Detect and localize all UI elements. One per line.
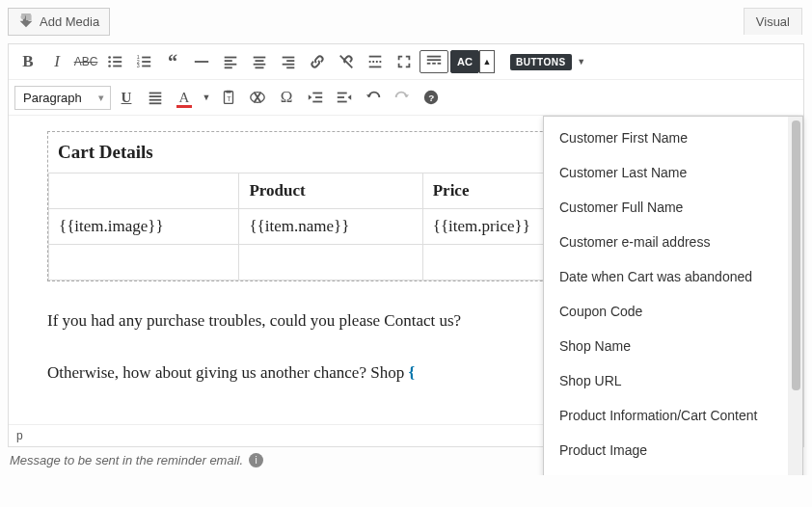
svg-rect-21 [254, 64, 266, 66]
svg-point-0 [20, 14, 25, 19]
dropdown-scrollbar[interactable] [788, 117, 802, 475]
dropdown-item[interactable]: Product Image [544, 433, 802, 467]
outdent-button[interactable] [302, 84, 329, 111]
info-icon[interactable]: i [249, 453, 263, 467]
svg-rect-24 [286, 60, 294, 62]
svg-rect-42 [312, 93, 322, 94]
svg-point-2 [108, 56, 111, 59]
add-media-button[interactable]: Add Media [8, 8, 110, 36]
svg-rect-26 [286, 67, 294, 68]
dropdown-item[interactable]: Shop URL [544, 363, 802, 398]
dropdown-item[interactable]: Customer e-mail address [544, 225, 802, 259]
help-button[interactable]: ? [418, 84, 445, 111]
svg-rect-23 [283, 57, 295, 59]
dropdown-item[interactable]: Coupon Code [544, 294, 802, 329]
media-icon [18, 13, 34, 31]
svg-rect-25 [283, 64, 295, 66]
justify-button[interactable] [142, 84, 169, 111]
align-left-button[interactable] [217, 48, 244, 75]
paste-text-button[interactable]: T [215, 84, 242, 111]
dropdown-item[interactable]: Date when Cart was abandoned [544, 259, 802, 294]
dropdown-item[interactable]: Shop Name [544, 329, 802, 363]
svg-rect-5 [113, 61, 122, 63]
buttons-insert-button[interactable]: BUTTONS [510, 54, 572, 70]
svg-rect-43 [312, 101, 322, 103]
cell-image: {{item.image}} [49, 209, 239, 245]
strikethrough-button[interactable]: ABC [72, 48, 99, 75]
svg-rect-13 [142, 66, 150, 67]
svg-rect-29 [427, 56, 441, 58]
clear-formatting-button[interactable] [244, 84, 271, 111]
svg-rect-15 [225, 57, 237, 59]
svg-rect-47 [338, 96, 344, 98]
svg-rect-34 [149, 93, 162, 94]
redo-button[interactable] [389, 84, 416, 111]
fullscreen-button[interactable] [391, 48, 418, 75]
svg-rect-11 [142, 61, 150, 63]
underline-button[interactable]: U [113, 84, 140, 111]
svg-rect-32 [432, 63, 436, 65]
svg-rect-45 [338, 93, 347, 94]
text-color-caret[interactable]: ▼ [200, 84, 213, 111]
svg-point-4 [108, 61, 111, 64]
toolbar-toggle-button[interactable] [420, 50, 448, 73]
svg-rect-7 [113, 66, 122, 67]
svg-rect-33 [438, 63, 442, 65]
svg-rect-3 [113, 57, 122, 59]
svg-rect-18 [225, 67, 232, 68]
svg-rect-37 [149, 102, 162, 104]
dropdown-item[interactable]: Product Information/Cart Content [544, 398, 802, 433]
italic-button[interactable]: I [43, 48, 70, 75]
buttons-dropdown-caret[interactable]: ▼ [574, 50, 589, 73]
svg-rect-28 [369, 67, 382, 68]
dropdown-item[interactable]: Customer First Name [544, 120, 802, 155]
blockquote-button[interactable]: “ [159, 48, 186, 75]
align-center-button[interactable] [246, 48, 273, 75]
svg-rect-9 [142, 57, 150, 59]
svg-rect-46 [338, 101, 347, 103]
svg-rect-35 [149, 95, 162, 97]
shop-link[interactable]: { [408, 363, 415, 382]
svg-rect-16 [225, 60, 232, 62]
ac-merge-tag-button[interactable]: AC [450, 50, 479, 73]
content-area: Cart Details Product Price Quantity {{it… [9, 116, 803, 424]
svg-rect-27 [369, 56, 382, 58]
svg-rect-44 [315, 96, 322, 98]
numbered-list-button[interactable]: 123 [130, 48, 157, 75]
dropdown-item[interactable]: Customer Full Name [544, 190, 802, 225]
indent-button[interactable] [331, 84, 358, 111]
undo-button[interactable] [360, 84, 387, 111]
tab-visual[interactable]: Visual [744, 8, 802, 35]
add-media-label: Add Media [40, 14, 99, 29]
unlink-button[interactable] [333, 48, 360, 75]
svg-rect-31 [427, 63, 431, 65]
hr-button[interactable] [188, 48, 215, 75]
svg-rect-36 [149, 99, 162, 101]
svg-rect-19 [254, 57, 266, 59]
scrollbar-thumb[interactable] [792, 120, 800, 390]
svg-rect-17 [225, 64, 237, 66]
svg-rect-30 [427, 59, 441, 61]
svg-rect-14 [195, 61, 208, 63]
cell-name: {{item.name}} [239, 209, 422, 245]
bullet-list-button[interactable] [101, 48, 128, 75]
svg-text:T: T [227, 94, 231, 103]
svg-rect-20 [256, 60, 264, 62]
text-color-button[interactable]: A [171, 84, 198, 111]
dropdown-item[interactable]: Customer Last Name [544, 155, 802, 190]
ac-dropdown-caret[interactable]: ▲ [479, 50, 495, 73]
editor: B I ABC 123 “ AC ▲ BUTTONS ▼ Paragraph U… [8, 43, 804, 447]
svg-rect-22 [256, 67, 264, 68]
special-char-button[interactable]: Ω [273, 84, 300, 111]
read-more-button[interactable] [362, 48, 389, 75]
svg-rect-39 [226, 91, 230, 93]
dropdown-item[interactable]: Product Name [544, 467, 802, 475]
col-image [49, 173, 239, 209]
col-product: Product [239, 173, 422, 209]
svg-text:3: 3 [137, 63, 140, 68]
link-button[interactable] [304, 48, 331, 75]
toolbar-row-2: Paragraph U A ▼ T Ω ? [9, 80, 803, 116]
bold-button[interactable]: B [14, 48, 41, 75]
align-right-button[interactable] [275, 48, 302, 75]
format-select[interactable]: Paragraph [14, 86, 111, 110]
